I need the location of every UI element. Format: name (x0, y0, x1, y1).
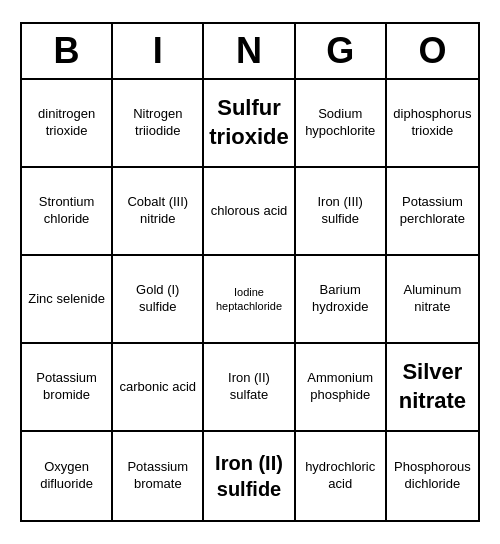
bingo-cell-17: Iron (II) sulfate (204, 344, 295, 432)
bingo-cell-13: Barium hydroxide (296, 256, 387, 344)
header-letter-g: G (296, 24, 387, 78)
bingo-cell-1: Nitrogen triiodide (113, 80, 204, 168)
bingo-grid: dinitrogen trioxideNitrogen triiodideSul… (22, 80, 478, 520)
header-letter-o: O (387, 24, 478, 78)
bingo-cell-14: Aluminum nitrate (387, 256, 478, 344)
bingo-cell-5: Strontium chloride (22, 168, 113, 256)
bingo-cell-3: Sodium hypochlorite (296, 80, 387, 168)
header-letter-n: N (204, 24, 295, 78)
bingo-cell-4: diphosphorus trioxide (387, 80, 478, 168)
bingo-cell-11: Gold (I) sulfide (113, 256, 204, 344)
bingo-cell-22: Iron (II) sulfide (204, 432, 295, 520)
bingo-cell-20: Oxygen difluoride (22, 432, 113, 520)
header-letter-i: I (113, 24, 204, 78)
bingo-cell-8: Iron (III) sulfide (296, 168, 387, 256)
bingo-cell-7: chlorous acid (204, 168, 295, 256)
bingo-cell-24: Phosphorous dichloride (387, 432, 478, 520)
header-letter-b: B (22, 24, 113, 78)
bingo-cell-19: Silver nitrate (387, 344, 478, 432)
bingo-header: BINGO (22, 24, 478, 80)
bingo-cell-9: Potassium perchlorate (387, 168, 478, 256)
bingo-cell-21: Potassium bromate (113, 432, 204, 520)
bingo-cell-16: carbonic acid (113, 344, 204, 432)
bingo-cell-0: dinitrogen trioxide (22, 80, 113, 168)
bingo-cell-15: Potassium bromide (22, 344, 113, 432)
bingo-card: BINGO dinitrogen trioxideNitrogen triiod… (20, 22, 480, 522)
bingo-cell-18: Ammonium phosphide (296, 344, 387, 432)
bingo-cell-23: hydrochloric acid (296, 432, 387, 520)
bingo-cell-10: Zinc selenide (22, 256, 113, 344)
bingo-cell-12: Iodine heptachloride (204, 256, 295, 344)
bingo-cell-2: Sulfur trioxide (204, 80, 295, 168)
bingo-cell-6: Cobalt (III) nitride (113, 168, 204, 256)
